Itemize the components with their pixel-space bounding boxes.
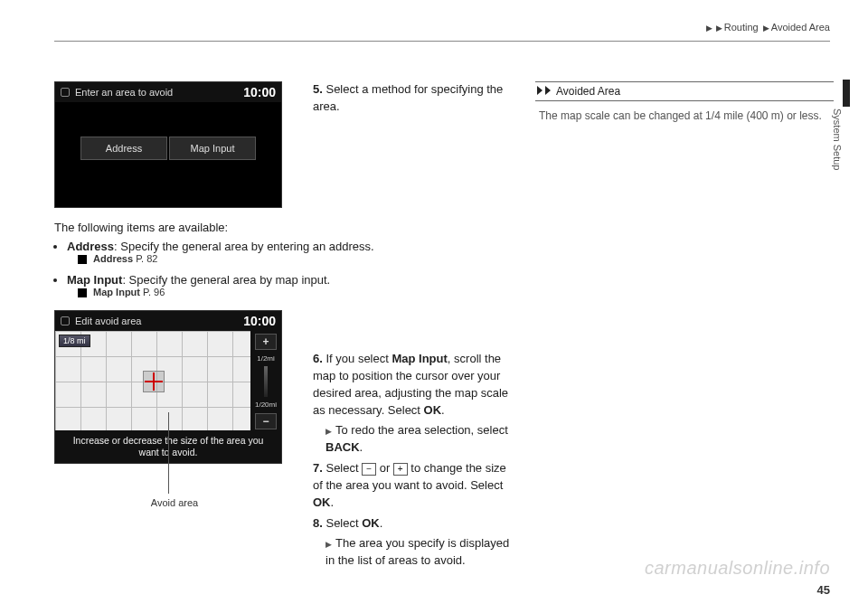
available-items-list: Address: Specify the general area by ent… bbox=[54, 240, 515, 297]
link-icon bbox=[78, 253, 90, 264]
map-cursor-icon bbox=[145, 373, 163, 391]
minus-icon: − bbox=[362, 463, 376, 476]
sidebar-title: Avoided Area bbox=[556, 85, 620, 98]
screenshot-titlebar: Edit avoid area 10:00 bbox=[55, 311, 281, 331]
step-8: 8. Select OK. bbox=[313, 515, 516, 533]
bold: BACK bbox=[326, 440, 360, 454]
bold: OK bbox=[313, 495, 331, 509]
screenshot-title: Enter an area to avoid bbox=[75, 87, 173, 98]
text: . bbox=[441, 403, 445, 417]
back-icon bbox=[61, 88, 70, 97]
chevron-icon: ▶ bbox=[716, 24, 722, 33]
clock: 10:00 bbox=[243, 314, 276, 328]
bold: Map Input bbox=[392, 352, 447, 365]
list-item: Address: Specify the general area by ent… bbox=[67, 240, 515, 264]
screenshot-title: Edit avoid area bbox=[75, 316, 141, 326]
breadcrumb-item: Avoided Area bbox=[771, 22, 830, 33]
ref-page: P. 82 bbox=[136, 253, 157, 264]
zoom-out-button: − bbox=[255, 413, 277, 429]
step-7: 7. Select − or + to change the size of t… bbox=[313, 460, 516, 512]
callout-label: Avoid area bbox=[134, 497, 215, 508]
zoom-label: 1/20mi bbox=[255, 401, 277, 409]
step-6-sub: To redo the area selection, select BACK. bbox=[313, 422, 516, 457]
step-number: 5. bbox=[313, 82, 323, 96]
chevron-icon bbox=[548, 85, 551, 98]
chevron-icon bbox=[535, 85, 542, 98]
step-number: 7. bbox=[313, 461, 323, 475]
step-5: 5. Select a method for specifying the ar… bbox=[313, 81, 516, 116]
text: . bbox=[380, 516, 383, 530]
screenshot-enter-area: Enter an area to avoid 10:00 Address Map… bbox=[54, 81, 282, 208]
sidebar-heading: Avoided Area bbox=[535, 81, 834, 101]
step-number: 8. bbox=[313, 516, 323, 530]
sidebar-body: The map scale can be changed at 1/4 mile… bbox=[535, 101, 834, 131]
text: . bbox=[331, 495, 335, 509]
text: . bbox=[360, 440, 363, 454]
page-number: 45 bbox=[817, 583, 830, 597]
scale-badge: 1/8 mi bbox=[59, 335, 90, 347]
ref-label: Address bbox=[93, 253, 133, 264]
page-tab-marker bbox=[843, 80, 850, 107]
text: or bbox=[376, 461, 393, 475]
text: If you select bbox=[326, 352, 392, 365]
link-icon bbox=[78, 287, 90, 297]
address-button: Address bbox=[80, 137, 167, 160]
items-intro: The following items are available: bbox=[54, 221, 515, 234]
steps-6-8: 6. If you select Map Input, scroll the m… bbox=[313, 351, 516, 573]
item-desc: : Specify the general area by map input. bbox=[122, 273, 330, 287]
back-icon bbox=[61, 316, 70, 325]
chevron-icon: ▶ bbox=[763, 24, 769, 33]
step-8-sub: The area you specify is displayed in the… bbox=[313, 535, 516, 570]
bold: OK bbox=[424, 403, 442, 417]
triangle-icon bbox=[326, 536, 335, 550]
zoom-controls: + 1/2mi 1/20mi − bbox=[250, 331, 281, 432]
watermark: carmanualsonline.info bbox=[645, 558, 830, 579]
manual-page: ▶▶Routing ▶Avoided Area System Setup Ent… bbox=[0, 0, 868, 613]
step-text: Select a method for specifying the area. bbox=[313, 82, 503, 113]
ref-label: Map Input bbox=[93, 287, 140, 297]
clock: 10:00 bbox=[243, 85, 276, 99]
breadcrumb: ▶▶Routing ▶Avoided Area bbox=[54, 22, 830, 42]
ref-page: P. 96 bbox=[143, 287, 165, 297]
plus-icon: + bbox=[393, 463, 408, 476]
sidebar-note: Avoided Area The map scale can be change… bbox=[535, 81, 834, 131]
item-label: Address bbox=[67, 240, 114, 253]
text: To redo the area selection, select bbox=[335, 423, 508, 437]
zoom-in-button: + bbox=[255, 334, 277, 350]
step-6: 6. If you select Map Input, scroll the m… bbox=[313, 351, 516, 419]
callout-line bbox=[168, 412, 169, 494]
text: The area you specify is displayed in the… bbox=[326, 536, 509, 567]
chevron-icon: ▶ bbox=[706, 24, 712, 33]
reference-link: Map Input P. 96 bbox=[78, 287, 515, 297]
zoom-label: 1/2mi bbox=[257, 354, 275, 363]
item-desc: : Specify the general area by entering a… bbox=[114, 240, 374, 253]
breadcrumb-item: Routing bbox=[724, 22, 759, 33]
screenshot-titlebar: Enter an area to avoid 10:00 bbox=[55, 82, 281, 102]
list-item: Map Input: Specify the general area by m… bbox=[67, 273, 515, 297]
text: Select bbox=[326, 461, 362, 475]
triangle-icon bbox=[326, 423, 335, 437]
map-input-button: Map Input bbox=[169, 137, 256, 160]
reference-link: Address P. 82 bbox=[78, 253, 515, 264]
text: Select bbox=[326, 516, 362, 530]
bold: OK bbox=[362, 516, 380, 530]
item-label: Map Input bbox=[67, 273, 122, 287]
step-number: 6. bbox=[313, 352, 323, 365]
